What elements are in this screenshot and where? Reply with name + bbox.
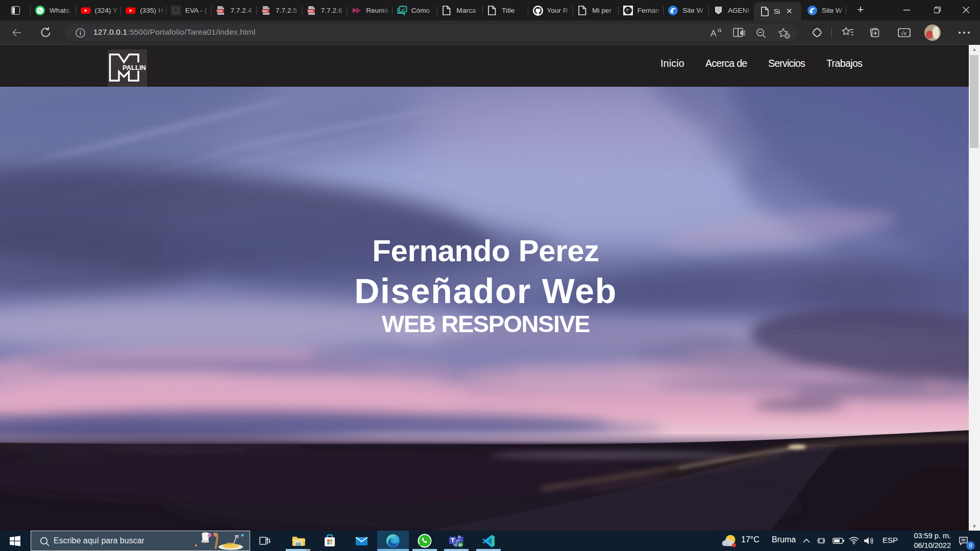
svg-text:PALLIN: PALLIN — [122, 64, 146, 71]
svg-text:PDF: PDF — [263, 9, 269, 12]
svg-text:PDF: PDF — [217, 9, 224, 12]
svg-text:√x: √x — [901, 30, 907, 36]
svg-text:A: A — [710, 29, 717, 38]
svg-text:PDF: PDF — [308, 9, 314, 12]
